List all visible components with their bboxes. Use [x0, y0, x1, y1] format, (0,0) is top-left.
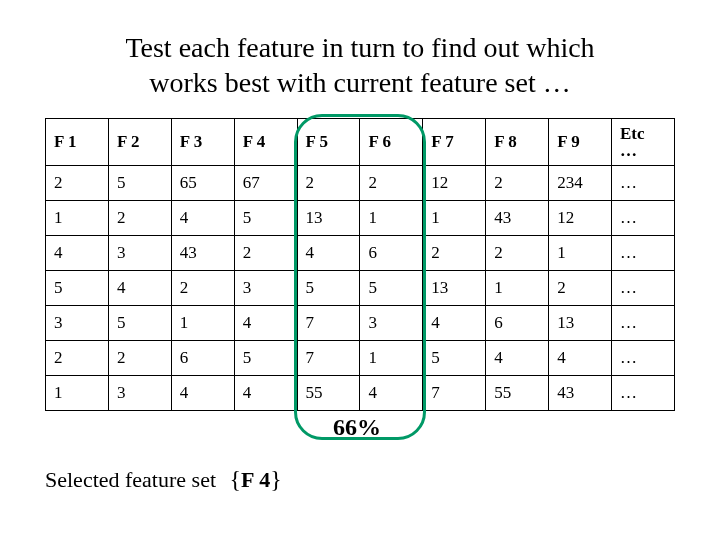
table-row: 1 2 4 5 13 1 1 43 12 … [46, 201, 675, 236]
col-header: F 4 [234, 119, 297, 166]
cell: 13 [549, 306, 612, 341]
cell: 4 [486, 341, 549, 376]
selected-set: {F 4} [230, 467, 282, 492]
header-row: F 1 F 2 F 3 F 4 F 5 F 6 F 7 F 8 F 9 Etc … [46, 119, 675, 166]
table-body: 2 5 65 67 2 2 12 2 234 … 1 2 4 5 13 [46, 166, 675, 411]
col-header: F 3 [171, 119, 234, 166]
cell: 4 [171, 376, 234, 411]
cell: 67 [234, 166, 297, 201]
cell: 7 [297, 306, 360, 341]
cell: 2 [549, 271, 612, 306]
slide: Test each feature in turn to find out wh… [0, 0, 720, 540]
cell: 2 [171, 271, 234, 306]
selected-label: Selected feature set [45, 467, 216, 492]
cell: 3 [108, 376, 171, 411]
col-header: F 7 [423, 119, 486, 166]
col-header: F 6 [360, 119, 423, 166]
cell: 3 [46, 306, 109, 341]
cell: 2 [234, 236, 297, 271]
cell: 1 [360, 201, 423, 236]
cell: 1 [46, 201, 109, 236]
cell: 43 [549, 376, 612, 411]
cell: … [612, 341, 675, 376]
col-header: F 2 [108, 119, 171, 166]
cell: 2 [360, 166, 423, 201]
cell: 43 [171, 236, 234, 271]
cell: 5 [46, 271, 109, 306]
cell: 4 [171, 201, 234, 236]
cell: 2 [423, 236, 486, 271]
cell: 1 [486, 271, 549, 306]
cell: 1 [549, 236, 612, 271]
cell: … [612, 201, 675, 236]
cell: 3 [234, 271, 297, 306]
col-header: F 8 [486, 119, 549, 166]
cell: 5 [108, 306, 171, 341]
cell: 2 [297, 166, 360, 201]
col-header: F 9 [549, 119, 612, 166]
cell: 2 [108, 341, 171, 376]
slide-title: Test each feature in turn to find out wh… [45, 30, 675, 100]
cell: 1 [171, 306, 234, 341]
etc-dots-icon: … [620, 142, 666, 159]
table-row: 3 5 1 4 7 3 4 6 13 … [46, 306, 675, 341]
cell: 2 [486, 166, 549, 201]
cell: … [612, 236, 675, 271]
brace-close-icon: } [270, 466, 282, 492]
cell: 1 [360, 341, 423, 376]
cell: 55 [297, 376, 360, 411]
cell: 4 [46, 236, 109, 271]
cell: 4 [423, 306, 486, 341]
cell: 5 [108, 166, 171, 201]
cell: 55 [486, 376, 549, 411]
cell: 4 [108, 271, 171, 306]
cell: … [612, 271, 675, 306]
col-header: F 1 [46, 119, 109, 166]
cell: … [612, 306, 675, 341]
title-line-2: works best with current feature set … [149, 67, 570, 98]
selected-feature: F 4 [241, 467, 270, 492]
cell: 6 [171, 341, 234, 376]
cell: 7 [423, 376, 486, 411]
cell: 12 [423, 166, 486, 201]
cell: 43 [486, 201, 549, 236]
col-header: F 5 [297, 119, 360, 166]
cell: 5 [297, 271, 360, 306]
cell: 234 [549, 166, 612, 201]
cell: 3 [108, 236, 171, 271]
selected-feature-footer: Selected feature set {F 4} [45, 466, 675, 493]
cell: 7 [297, 341, 360, 376]
cell: 5 [234, 341, 297, 376]
cell: 13 [423, 271, 486, 306]
title-line-1: Test each feature in turn to find out wh… [125, 32, 594, 63]
col-header-etc: Etc … [612, 119, 675, 166]
cell: 4 [234, 306, 297, 341]
brace-open-icon: { [230, 466, 242, 492]
cell: 5 [423, 341, 486, 376]
table-row: 4 3 43 2 4 6 2 2 1 … [46, 236, 675, 271]
cell: 4 [549, 341, 612, 376]
cell: 1 [46, 376, 109, 411]
feature-table-wrap: F 1 F 2 F 3 F 4 F 5 F 6 F 7 F 8 F 9 Etc … [45, 118, 675, 411]
cell: … [612, 376, 675, 411]
cell: 65 [171, 166, 234, 201]
table-row: 1 3 4 4 55 4 7 55 43 … [46, 376, 675, 411]
cell: 5 [234, 201, 297, 236]
percent-label: 66% [327, 414, 387, 441]
cell: 5 [360, 271, 423, 306]
cell: … [612, 166, 675, 201]
cell: 13 [297, 201, 360, 236]
cell: 1 [423, 201, 486, 236]
cell: 4 [297, 236, 360, 271]
cell: 2 [108, 201, 171, 236]
table-row: 2 5 65 67 2 2 12 2 234 … [46, 166, 675, 201]
cell: 4 [360, 376, 423, 411]
table-row: 5 4 2 3 5 5 13 1 2 … [46, 271, 675, 306]
table-row: 2 2 6 5 7 1 5 4 4 … [46, 341, 675, 376]
cell: 2 [46, 341, 109, 376]
cell: 12 [549, 201, 612, 236]
cell: 2 [486, 236, 549, 271]
cell: 4 [234, 376, 297, 411]
feature-table: F 1 F 2 F 3 F 4 F 5 F 6 F 7 F 8 F 9 Etc … [45, 118, 675, 411]
cell: 6 [486, 306, 549, 341]
